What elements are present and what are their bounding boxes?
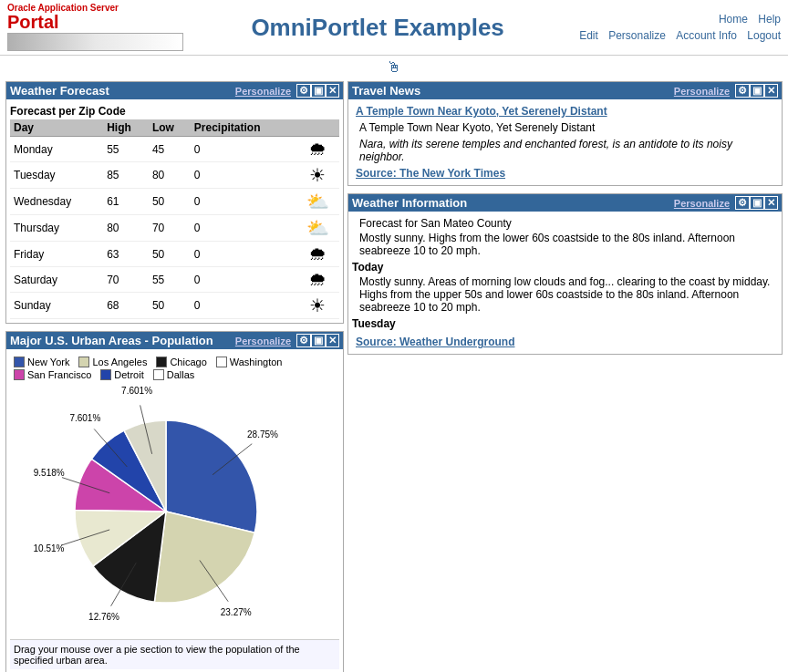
oracle-logo: Oracle Application Server Portal	[7, 4, 183, 31]
day-cell: Sunday	[10, 293, 103, 319]
travel-source-link[interactable]: Source: The New York Times	[352, 165, 778, 181]
weather-days: Mostly sunny. Highs from the lower 60s c…	[352, 232, 778, 330]
top-nav-links: Home Help	[572, 13, 781, 26]
table-row: Tuesday 85 80 0 ☀	[10, 162, 339, 189]
article-link[interactable]: A Temple Town Near Kyoto, Yet Serenely D…	[352, 103, 778, 119]
col-high: High	[103, 119, 149, 137]
population-portlet: Major U.S. Urban Areas - Population Pers…	[5, 331, 344, 672]
pie-label: 10.51%	[33, 543, 64, 553]
table-row: Wednesday 61 50 0 ⛅	[10, 189, 339, 215]
article-title-span: A Temple Town Near Kyoto, Yet Serenely D…	[359, 121, 595, 134]
high-cell: 63	[103, 242, 149, 267]
weather-restore-icon[interactable]: ▣	[311, 84, 326, 98]
day-cell: Tuesday	[10, 162, 103, 189]
weather-info-minimize-icon[interactable]: ⚙	[735, 196, 750, 210]
weather-minimize-icon[interactable]: ⚙	[296, 84, 311, 98]
high-cell: 80	[103, 215, 149, 242]
icon-cell: 🌧	[296, 137, 339, 162]
weather-info-body: Forecast for San Mateo County Mostly sun…	[348, 212, 782, 354]
low-cell: 70	[149, 215, 191, 242]
weather-info-title: Weather Information	[352, 196, 674, 210]
precip-cell: 0	[191, 215, 296, 242]
high-cell: 68	[103, 293, 149, 319]
pie-label: 7.601%	[69, 413, 100, 423]
edit-link[interactable]: Edit	[579, 29, 598, 42]
legend-item: Washington	[216, 357, 283, 367]
forecast-zip-label: Forecast per Zip Code	[10, 103, 339, 119]
population-personalize-link[interactable]: Personalize	[235, 336, 291, 346]
travel-close-icon[interactable]: ✕	[764, 84, 778, 98]
legend-color-box	[78, 357, 89, 367]
low-cell: 50	[149, 242, 191, 267]
day-cell: Saturday	[10, 267, 103, 293]
table-row: Friday 63 50 0 🌧	[10, 242, 339, 267]
legend-item: Dallas	[153, 369, 195, 380]
population-body: New YorkLos AngelesChicagoWashingtonSan …	[6, 349, 343, 672]
legend-color-box	[14, 369, 25, 380]
high-cell: 61	[103, 189, 149, 215]
population-restore-icon[interactable]: ▣	[311, 334, 326, 347]
low-cell: 50	[149, 189, 191, 215]
travel-restore-icon[interactable]: ▣	[750, 84, 764, 98]
account-info-link[interactable]: Account Info	[676, 29, 737, 42]
weather-personalize-link[interactable]: Personalize	[235, 86, 291, 97]
legend-item: Los Angeles	[78, 357, 147, 367]
weather-info-personalize-link[interactable]: Personalize	[674, 198, 730, 209]
low-cell: 55	[149, 267, 191, 293]
icon-cell: ☀	[296, 162, 339, 189]
pie-label: 28.75%	[247, 429, 278, 439]
day-cell: Wednesday	[10, 189, 103, 215]
table-row: Thursday 80 70 0 ⛅	[10, 215, 339, 242]
legend-item: San Francisco	[14, 369, 91, 380]
weather-info-portlet: Weather Information Personalize ⚙ ▣ ✕ Fo…	[347, 193, 783, 355]
icon-cell: ⛅	[296, 215, 339, 242]
day-cell: Friday	[10, 242, 103, 267]
legend-item: Chicago	[156, 357, 206, 367]
day-text: Mostly sunny. Highs from the lower 60s c…	[359, 232, 778, 257]
weather-info-restore-icon[interactable]: ▣	[750, 196, 764, 210]
precip-cell: 0	[191, 137, 296, 162]
travel-minimize-icon[interactable]: ⚙	[735, 84, 750, 98]
legend-label: Washington	[230, 357, 283, 367]
weather-forecast-portlet: Weather Forecast Personalize ⚙ ▣ ✕ Forec…	[5, 81, 344, 324]
help-link[interactable]: Help	[758, 13, 781, 26]
icon-cell: ⛅	[296, 189, 339, 215]
legend-label: New York	[27, 357, 69, 367]
travel-personalize-link[interactable]: Personalize	[674, 86, 730, 97]
legend-label: Los Angeles	[92, 357, 147, 367]
col-icon	[296, 119, 339, 137]
article-desc: Nara, with its serene temples and enchan…	[352, 136, 778, 165]
weather-location: Forecast for San Mateo County	[359, 217, 778, 230]
population-minimize-icon[interactable]: ⚙	[296, 334, 311, 347]
precip-cell: 0	[191, 242, 296, 267]
right-column: Travel News Personalize ⚙ ▣ ✕ A Temple T…	[346, 79, 784, 364]
legend: New YorkLos AngelesChicagoWashingtonSan …	[10, 353, 339, 384]
weather-forecast-title: Weather Forecast	[10, 84, 235, 98]
population-close-icon[interactable]: ✕	[326, 334, 339, 347]
left-column: Weather Forecast Personalize ⚙ ▣ ✕ Forec…	[4, 79, 346, 672]
low-cell: 80	[149, 162, 191, 189]
logout-link[interactable]: Logout	[747, 29, 781, 42]
icon-cell: 🌧	[296, 267, 339, 293]
legend-item: New York	[14, 357, 69, 367]
logo-bar: Oracle Application Server Portal	[7, 4, 183, 51]
weather-close-icon[interactable]: ✕	[326, 84, 339, 98]
personalize-link[interactable]: Personalize	[608, 29, 666, 42]
legend-color-box	[14, 357, 25, 367]
precip-cell: 0	[191, 267, 296, 293]
chart-area[interactable]: 28.75%23.27%12.76%10.51%9.518%7.601%7.60…	[10, 384, 339, 639]
weather-info-close-icon[interactable]: ✕	[764, 196, 778, 210]
oracle-line2: Portal	[7, 13, 183, 31]
high-cell: 55	[103, 137, 149, 162]
toolbar-arrow: 🖱	[0, 56, 788, 79]
legend-color-box	[156, 357, 167, 367]
pie-label: 23.27%	[220, 607, 251, 617]
page-header: Oracle Application Server Portal OmniPor…	[0, 0, 788, 56]
main-layout: Weather Forecast Personalize ⚙ ▣ ✕ Forec…	[0, 79, 788, 672]
weather-source-link[interactable]: Source: Weather Underground	[352, 334, 778, 350]
legend-color-box	[216, 357, 227, 367]
col-day: Day	[10, 119, 103, 137]
secondary-nav-links: Edit Personalize Account Info Logout	[572, 29, 781, 42]
forecast-table: Day High Low Precipitation Monday 55 45 …	[10, 119, 339, 319]
home-link[interactable]: Home	[719, 13, 748, 26]
